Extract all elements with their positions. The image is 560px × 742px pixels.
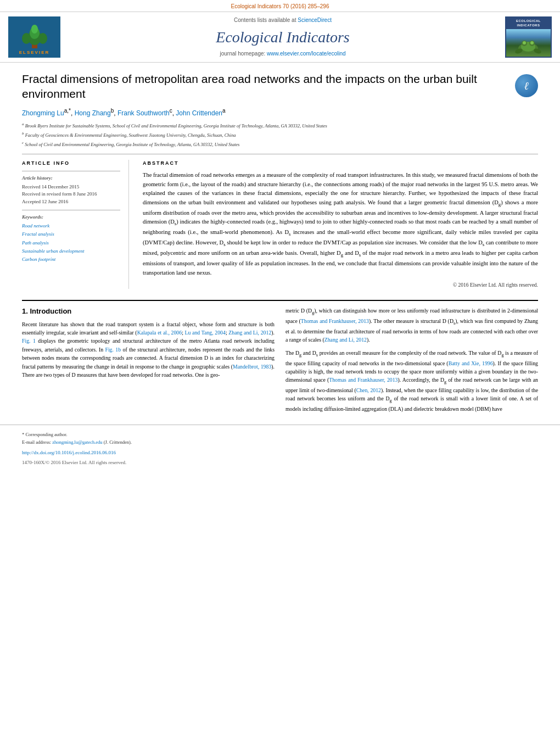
intro-right-text-2: The Dg and Ds provides an overall measur…: [285, 349, 538, 414]
homepage-line: journal homepage: www.elsevier.com/locat…: [66, 50, 500, 58]
elsevier-logo: ECOLOGICAL INDICATORS ELSEVIER: [8, 16, 60, 58]
elsevier-tree-icon: [15, 21, 54, 49]
svg-point-11: [530, 41, 534, 44]
crossmark-button[interactable]: ℓ: [515, 74, 538, 97]
info-divider-1: [22, 171, 120, 171]
abstract-text: The fractal dimension of road networks e…: [143, 171, 538, 277]
ref-fig1[interactable]: Fig. 1: [22, 338, 36, 344]
hypothesized-word: hypothesized: [439, 190, 469, 196]
accepted-date: Accepted 12 June 2016: [22, 198, 120, 205]
ref-batty-xie[interactable]: Batty and Xie, 1996: [449, 360, 493, 366]
svg-point-5: [38, 33, 47, 44]
keyword-3[interactable]: Path analysis: [22, 239, 120, 247]
keywords-label: Keywords:: [22, 214, 120, 221]
header-bar: ECOLOGICAL INDICATORS ELSEVIER Contents …: [0, 12, 560, 63]
eco-badge-label: ECOLOGICALINDICATORS: [506, 18, 551, 29]
abstract-label: ABSTRACT: [143, 160, 538, 167]
received-revised-date: Received in revised form 8 June 2016: [22, 191, 120, 198]
ref-thomas-frank-2[interactable]: Thomas and Frankhauser, 2013: [329, 377, 397, 383]
intro-right-text-1: metric D (Dg), which can distinguish how…: [285, 306, 538, 344]
history-label: Article history:: [22, 175, 120, 182]
ref-zhang-li[interactable]: Zhang and Li, 2012: [228, 330, 271, 336]
article-section: Fractal dimensions of metropolitan area …: [0, 63, 560, 148]
homepage-url[interactable]: www.elsevier.com/locate/ecolind: [267, 51, 345, 57]
affiliation-b: b Faculty of Geosciences & Environmental…: [22, 131, 538, 139]
body-right-col: metric D (Dg), which can distinguish how…: [285, 306, 538, 413]
article-title: Fractal dimensions of metropolitan area …: [22, 71, 515, 102]
author-john[interactable]: John Crittenden: [176, 109, 222, 117]
article-info-abstract: ARTICLE INFO Article history: Received 1…: [0, 154, 560, 295]
intro-heading: 1. Introduction: [22, 306, 275, 316]
abstract-col: ABSTRACT The fractal dimension of road n…: [143, 160, 538, 289]
svg-point-10: [523, 41, 526, 44]
header-center: Contents lists available at ScienceDirec…: [66, 16, 500, 58]
affiliations: a Brook Byers Institute for Sustainable …: [22, 121, 538, 148]
author-zhongming[interactable]: Zhongming Lu: [22, 109, 64, 117]
ref-zhang-li-2[interactable]: Zhang and Li, 2012: [324, 337, 367, 343]
title-crossmark-row: Fractal dimensions of metropolitan area …: [22, 71, 538, 102]
author-frank[interactable]: Frank Southworth: [117, 109, 170, 117]
journal-issue-line: Ecological Indicators 70 (2016) 285–296: [0, 0, 560, 12]
keywords-list: Road network Fractal analysis Path analy…: [22, 222, 120, 264]
doi-line: http://dx.doi.org/10.1016/j.ecolind.2016…: [0, 448, 560, 458]
article-info-col: ARTICLE INFO Article history: Received 1…: [22, 160, 129, 289]
crossmark-icon: ℓ: [524, 78, 529, 93]
keyword-5[interactable]: Carbon footprint: [22, 255, 120, 264]
keyword-4[interactable]: Sustainable urban development: [22, 247, 120, 255]
license-line: 1470-160X/© 2016 Elsevier Ltd. All right…: [0, 458, 560, 467]
contents-line: Contents lists available at ScienceDirec…: [66, 16, 500, 24]
eco-badge-frog-icon: [513, 33, 544, 55]
body-content: 1. Introduction Recent literature has sh…: [0, 306, 560, 413]
footnote-area: * Corresponding author. E-mail address: …: [0, 425, 560, 448]
authors-line: Zhongming Lua,*, Hong Zhangb, Frank Sout…: [22, 107, 538, 118]
keyword-2[interactable]: Fractal analysis: [22, 230, 120, 238]
email-link[interactable]: zhongming.lu@gatech.edu: [52, 439, 102, 445]
journal-title-header: Ecological Indicators: [66, 26, 500, 48]
ref-mandelbrot[interactable]: Mandelbrot, 1983: [233, 364, 271, 370]
doi-link[interactable]: http://dx.doi.org/10.1016/j.ecolind.2016…: [22, 450, 116, 455]
affiliation-c: c School of Civil and Environmental Engi…: [22, 140, 538, 148]
svg-point-4: [22, 33, 31, 44]
received-date: Received 14 December 2015: [22, 183, 120, 191]
footnote-star: * Corresponding author.: [22, 432, 538, 438]
svg-point-3: [31, 25, 38, 34]
intro-left-text: Recent literature has shown that the roa…: [22, 320, 275, 380]
copyright-line: © 2016 Elsevier Ltd. All rights reserved…: [143, 282, 538, 289]
sciencedirect-link[interactable]: ScienceDirect: [298, 17, 332, 23]
affiliation-a: a Brook Byers Institute for Sustainable …: [22, 121, 538, 130]
ref-chen[interactable]: Chen, 2012: [356, 387, 381, 393]
ref-kalapala[interactable]: Kalapala et al., 2006: [137, 330, 182, 336]
ref-thomas-frank[interactable]: Thomas and Frankhauser, 2013: [301, 318, 369, 324]
author-hong[interactable]: Hong Zhang: [75, 109, 111, 117]
body-left-col: 1. Introduction Recent literature has sh…: [22, 306, 275, 413]
keyword-1[interactable]: Road network: [22, 222, 120, 230]
ref-fig1b[interactable]: Fig. 1b: [105, 347, 121, 353]
eco-badge-image: [506, 29, 551, 57]
divider-thick: [22, 300, 538, 301]
ref-lu-tang[interactable]: Lu and Tang, 2004: [185, 330, 226, 336]
info-divider-2: [22, 210, 120, 210]
article-info-label: ARTICLE INFO: [22, 160, 120, 167]
journal-badge-right: ECOLOGICALINDICATORS: [505, 16, 552, 58]
footnote-email: E-mail address: zhongming.lu@gatech.edu …: [22, 439, 538, 446]
